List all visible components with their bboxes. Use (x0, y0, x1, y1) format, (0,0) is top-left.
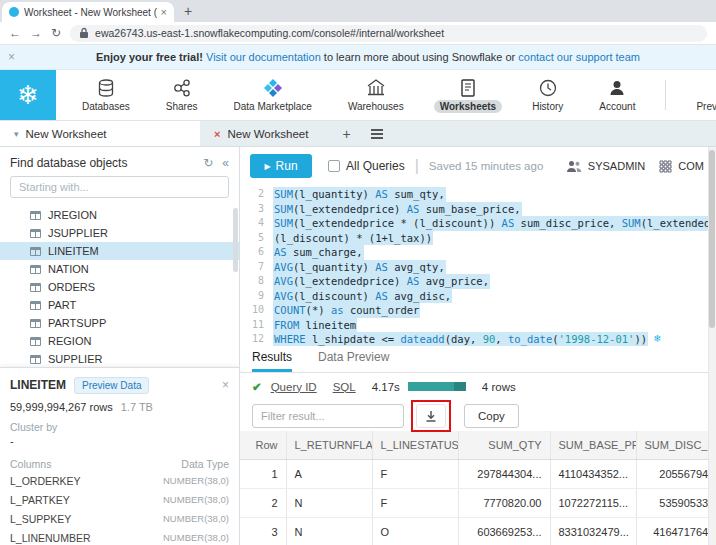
all-queries-checkbox[interactable] (328, 160, 340, 172)
collapse-sidebar-icon[interactable]: « (222, 156, 229, 170)
table-row[interactable]: 1AF297844304...4110434352...205567949... (240, 459, 716, 488)
worksheet-menu-icon[interactable] (371, 121, 383, 146)
tree-item-label: ORDERS (48, 281, 95, 293)
close-worksheet-icon[interactable]: × (214, 128, 220, 140)
tree-scrollbar[interactable] (233, 208, 238, 272)
sql-link[interactable]: SQL (333, 381, 356, 393)
table-row[interactable]: 2NF7770820.001072272115...535905337... (240, 488, 716, 517)
add-worksheet-button[interactable]: + (342, 121, 350, 146)
filter-input[interactable] (252, 404, 404, 428)
detail-close-icon[interactable]: × (222, 378, 229, 392)
column-header[interactable]: L_RETURNFLAG (286, 431, 372, 459)
tree-item-part[interactable]: PART (0, 296, 239, 314)
object-search-input[interactable] (10, 176, 229, 198)
tree-item-lineitem[interactable]: LINEITEM (0, 242, 239, 260)
address-bar: ← → ↻ ewa26743.us-east-1.snowflakecomput… (0, 22, 716, 45)
tab-close-icon[interactable]: × (161, 6, 167, 18)
nav-databases[interactable]: Databases (76, 78, 136, 113)
tree-item-jregion[interactable]: JREGION (0, 206, 239, 224)
sidebar: Find database objects ↻ « JREGIONJSUPPLI… (0, 147, 240, 545)
table-icon (30, 319, 41, 328)
tree-item-label: LINEITEM (48, 245, 99, 257)
context-group: SYSADMIN COM (566, 160, 704, 173)
shares-icon (172, 78, 192, 98)
row-count: 59,999,994,267 rows (10, 401, 113, 413)
nav-account[interactable]: Account (593, 78, 641, 113)
code-line: 4SUM(l_extendedprice * (l_discount)) AS … (246, 216, 716, 231)
nav-worksheets[interactable]: Worksheets (434, 78, 503, 113)
run-button[interactable]: ▶ Run (250, 154, 312, 178)
result-row-count: 4 rows (482, 381, 516, 393)
tree-item-nation[interactable]: NATION (0, 260, 239, 278)
sidebar-title: Find database objects (10, 156, 127, 170)
tree-item-partsupp[interactable]: PARTSUPP (0, 314, 239, 332)
browser-window: Worksheet - New Worksheet (1/ × + ← → ↻ … (0, 0, 716, 545)
object-detail-panel: LINEITEM Preview Data × 59,999,994,267 r… (0, 367, 239, 545)
sql-editor[interactable]: 2SUM(l_quantity) AS sum_qty,3SUM(l_exten… (240, 185, 716, 346)
column-header[interactable]: SUM_DISC_PRI (636, 431, 716, 459)
copy-button[interactable]: Copy (464, 404, 519, 428)
code-line: 2SUM(l_quantity) AS sum_qty, (246, 187, 716, 202)
columns-label: Columns (10, 458, 51, 471)
worksheets-icon (458, 78, 478, 98)
code-line: 6AS sum_charge, (246, 245, 716, 260)
nav-history[interactable]: History (526, 78, 569, 113)
table-row[interactable]: 3NO603669253...8331032479...4164717645..… (240, 517, 716, 545)
download-button[interactable] (416, 404, 446, 428)
browser-tab-strip: Worksheet - New Worksheet (1/ × + (0, 0, 716, 22)
table-icon (30, 265, 41, 274)
refresh-icon[interactable]: ↻ (203, 156, 213, 170)
column-header[interactable]: Row (240, 431, 286, 459)
datatype-label: Data Type (181, 458, 229, 471)
browser-tab[interactable]: Worksheet - New Worksheet (1/ × (2, 2, 174, 22)
all-queries-label: All Queries (346, 159, 405, 173)
table-stats: 59,999,994,267 rows1.7 TB (10, 401, 229, 415)
column-header[interactable]: L_LINESTATUS (372, 431, 458, 459)
account-icon (607, 78, 627, 98)
worksheet-tab-label: New Worksheet (26, 128, 107, 140)
column-header[interactable]: SUM_BASE_PRI (550, 431, 636, 459)
tree-item-label: PART (48, 299, 76, 311)
history-icon (538, 78, 558, 98)
editor-scrollbar[interactable] (708, 147, 716, 545)
results-body: 1AF297844304...4110434352...205567949...… (240, 459, 716, 545)
url-field[interactable]: ewa26743.us-east-1.snowflakecomputing.co… (70, 25, 707, 42)
column-header[interactable]: SUM_QTY (458, 431, 550, 459)
docs-link[interactable]: Visit our documentation (206, 51, 321, 63)
preview-data-button[interactable]: Preview Data (74, 377, 149, 394)
marketplace-icon (263, 78, 283, 98)
forward-icon[interactable]: → (30, 27, 42, 39)
nav-data-marketplace[interactable]: Data Marketplace (228, 78, 318, 113)
app-nav: ❄ Databases Shares Data Marketplace Ware… (0, 70, 716, 121)
snowflake-logo[interactable]: ❄ (0, 70, 56, 120)
nav-preview-app[interactable]: Preview App (690, 78, 716, 113)
tree-item-region[interactable]: REGION (0, 332, 239, 350)
scrollbar-thumb[interactable] (709, 150, 715, 328)
reload-icon[interactable]: ↻ (51, 27, 61, 39)
banner-close-icon[interactable]: × (8, 50, 15, 64)
chevron-down-icon[interactable]: ▾ (14, 129, 19, 139)
tree-item-supplier[interactable]: SUPPLIER (0, 350, 239, 367)
back-icon[interactable]: ← (9, 27, 21, 39)
warehouse-selector[interactable]: COM (678, 160, 704, 172)
tree-item-jsupplier[interactable]: JSUPPLIER (0, 224, 239, 242)
tree-item-orders[interactable]: ORDERS (0, 278, 239, 296)
nav-shares[interactable]: Shares (160, 78, 204, 113)
new-tab-button[interactable]: + (184, 4, 192, 18)
support-link[interactable]: contact our support team (518, 51, 640, 63)
role-selector[interactable]: SYSADMIN (588, 160, 645, 172)
tree-item-label: PARTSUPP (48, 317, 106, 329)
tab-data-preview[interactable]: Data Preview (318, 350, 389, 372)
code-line: 3SUM(l_extendedprice) AS sum_base_price, (246, 202, 716, 217)
worksheet-tab-active[interactable]: ▾ New Worksheet (0, 121, 200, 146)
tab-results[interactable]: Results (252, 350, 292, 372)
query-id-link[interactable]: Query ID (271, 381, 317, 393)
snowflake-inline-icon: ❄ (654, 332, 661, 346)
nav-warehouses[interactable]: Warehouses (342, 78, 410, 113)
snowflake-favicon (9, 7, 19, 17)
worksheet-tab-other[interactable]: × New Worksheet (200, 121, 322, 146)
browser-tab-title: Worksheet - New Worksheet (1/ (24, 7, 157, 18)
table-icon (30, 211, 41, 220)
cluster-by-value: - (10, 435, 229, 449)
tree-item-label: NATION (48, 263, 89, 275)
